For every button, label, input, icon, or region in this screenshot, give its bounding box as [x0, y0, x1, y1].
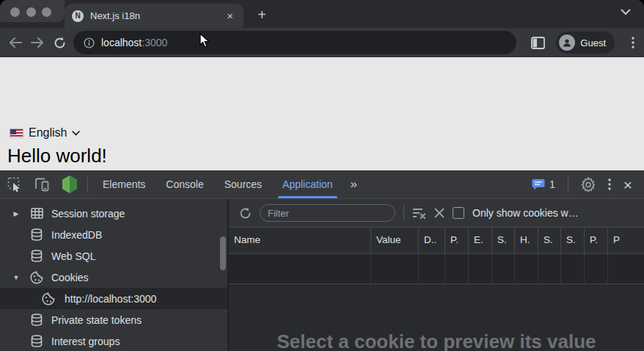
- sidebar-item-cookies[interactable]: ▼ Cookies: [0, 267, 227, 288]
- browser-toolbar: localhost:3000 Guest: [0, 28, 644, 57]
- column-header-secure[interactable]: S.: [538, 228, 561, 253]
- side-panel-icon[interactable]: [527, 32, 549, 54]
- sidebar-item-web-sql[interactable]: Web SQL: [0, 245, 227, 267]
- clear-filter-icon[interactable]: [412, 207, 426, 219]
- devtools-toolbar-icons: [0, 175, 87, 194]
- profile-button[interactable]: Guest: [556, 32, 615, 54]
- table-icon: [29, 208, 44, 219]
- column-header-value[interactable]: Value: [371, 228, 419, 253]
- refresh-icon[interactable]: [239, 207, 252, 220]
- cookie-table-header: Name Value D.. P. E. S. H. S. S. P. P: [229, 228, 644, 254]
- sidebar-item-label: Web SQL: [51, 250, 95, 262]
- devtools-panel: Elements Console Sources Application » 1: [0, 170, 644, 351]
- only-show-issues-checkbox[interactable]: [453, 207, 464, 219]
- inspect-element-icon[interactable]: [7, 177, 23, 192]
- toolbar-divider: [403, 205, 404, 221]
- tab-application[interactable]: Application: [272, 170, 343, 198]
- language-selector[interactable]: English: [10, 126, 80, 140]
- empty-cell: [492, 254, 515, 283]
- column-header-size[interactable]: S.: [492, 228, 515, 253]
- column-header-expires[interactable]: E.: [469, 228, 492, 253]
- empty-cell: [445, 254, 469, 283]
- expand-down-icon[interactable]: ▼: [12, 274, 21, 281]
- nodejs-icon[interactable]: [61, 175, 78, 194]
- cookie-icon: [41, 292, 56, 305]
- database-icon: [29, 228, 44, 241]
- settings-gear-icon[interactable]: [581, 177, 596, 192]
- browser-menu-icon[interactable]: [622, 32, 644, 54]
- column-header-path[interactable]: P.: [445, 228, 469, 253]
- sidebar-scrollbar[interactable]: [220, 236, 226, 270]
- database-icon: [29, 335, 44, 347]
- language-label: English: [29, 126, 67, 140]
- forward-button[interactable]: [26, 32, 48, 54]
- database-icon: [29, 314, 44, 326]
- empty-cell: [538, 254, 561, 283]
- column-header-priority[interactable]: P: [608, 228, 644, 253]
- column-header-httponly[interactable]: H.: [515, 228, 538, 253]
- window-minimize-button[interactable]: [26, 7, 36, 17]
- toolbar-right-group: Guest: [527, 32, 644, 54]
- sidebar-item-session-storage[interactable]: ▶ Session storage: [0, 203, 227, 224]
- window-close-button[interactable]: [10, 7, 20, 17]
- sidebar-item-private-state-tokens[interactable]: Private state tokens: [0, 309, 227, 330]
- devtools-close-icon[interactable]: ×: [623, 177, 632, 192]
- us-flag-icon: [10, 129, 23, 138]
- sidebar-item-indexeddb[interactable]: IndexedDB: [0, 224, 227, 245]
- toolbar-divider: [87, 176, 88, 192]
- more-tabs-icon[interactable]: »: [343, 170, 365, 198]
- delete-all-icon[interactable]: [434, 208, 444, 218]
- tab-sources[interactable]: Sources: [214, 170, 272, 198]
- tab-favicon-icon: N: [72, 10, 84, 22]
- sidebar-item-localhost-cookies[interactable]: http://localhost:3000: [0, 288, 227, 309]
- sidebar-item-label: http://localhost:3000: [65, 293, 156, 305]
- empty-cell: [515, 254, 538, 283]
- tab-strip: N Next.js i18n × +: [0, 0, 644, 28]
- window-controls: [0, 0, 65, 22]
- address-bar[interactable]: localhost:3000: [73, 31, 516, 54]
- cookies-toolbar: Only show cookies w…: [229, 199, 644, 228]
- toolbar-divider: [568, 176, 568, 192]
- empty-cell: [419, 254, 445, 283]
- tab-close-icon[interactable]: ×: [224, 9, 236, 23]
- devtools-tabs: Elements Console Sources Application »: [92, 170, 365, 198]
- issues-counter[interactable]: 1: [532, 178, 555, 190]
- browser-tab[interactable]: N Next.js i18n ×: [65, 4, 244, 28]
- column-header-samesite[interactable]: S.: [561, 228, 585, 253]
- chevron-down-icon: [72, 131, 80, 136]
- tab-title: Next.js i18n: [90, 10, 224, 21]
- window-zoom-button[interactable]: [42, 7, 51, 17]
- column-header-domain[interactable]: D..: [419, 228, 445, 253]
- sidebar-item-label: Session storage: [51, 208, 125, 220]
- empty-cell: [561, 254, 585, 283]
- cookie-icon: [29, 271, 44, 284]
- empty-cookie-row[interactable]: [229, 254, 644, 284]
- devtools-menu-icon[interactable]: [608, 178, 611, 190]
- empty-cell: [585, 254, 608, 283]
- site-info-icon[interactable]: [84, 37, 95, 48]
- column-header-name[interactable]: Name: [229, 228, 371, 253]
- devtools-toolbar: Elements Console Sources Application » 1: [0, 170, 644, 199]
- back-button[interactable]: [4, 32, 26, 54]
- expand-right-icon[interactable]: ▶: [12, 210, 21, 217]
- device-toolbar-icon[interactable]: [34, 178, 50, 192]
- mouse-cursor: [200, 33, 211, 48]
- avatar: [559, 35, 575, 51]
- only-show-issues-label[interactable]: Only show cookies w…: [472, 207, 637, 219]
- new-tab-button[interactable]: +: [252, 5, 271, 24]
- application-sidebar: ▶ Session storage IndexedDB W: [0, 199, 229, 351]
- tab-search-chevron-icon[interactable]: [621, 9, 631, 15]
- database-icon: [29, 250, 44, 262]
- empty-cell: [608, 254, 644, 283]
- issues-count: 1: [549, 178, 555, 190]
- tab-console[interactable]: Console: [155, 170, 213, 198]
- empty-cell: [229, 254, 371, 283]
- reload-button[interactable]: [48, 32, 70, 54]
- filter-input[interactable]: [260, 204, 395, 222]
- column-header-partition[interactable]: P.: [585, 228, 608, 253]
- devtools-toolbar-right: 1 ×: [532, 176, 644, 192]
- page-content: English Hello world!: [0, 57, 644, 170]
- tab-elements[interactable]: Elements: [92, 170, 155, 198]
- sidebar-item-interest-groups[interactable]: Interest groups: [0, 330, 227, 351]
- cookie-preview-pane: Select a cookie to preview its value: [229, 284, 644, 351]
